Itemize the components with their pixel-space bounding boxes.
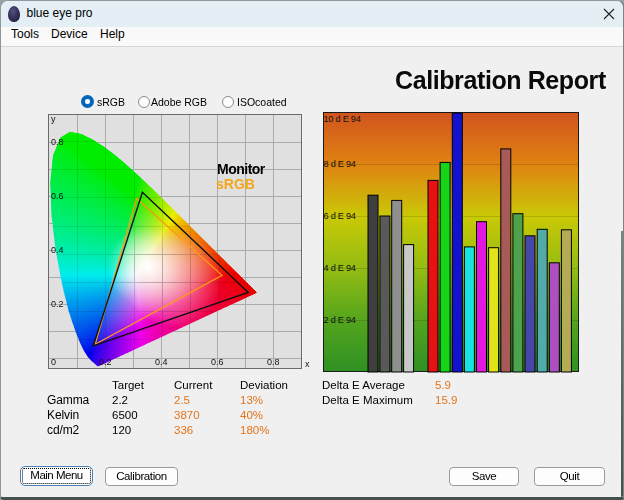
svg-text:4 d E 94: 4 d E 94 (324, 263, 356, 273)
svg-text:8 d E 94: 8 d E 94 (324, 159, 356, 169)
svg-text:10 d E 94: 10 d E 94 (324, 114, 361, 124)
svg-text:6 d E 94: 6 d E 94 (324, 211, 356, 221)
svg-text:2 d E 94: 2 d E 94 (324, 315, 356, 325)
